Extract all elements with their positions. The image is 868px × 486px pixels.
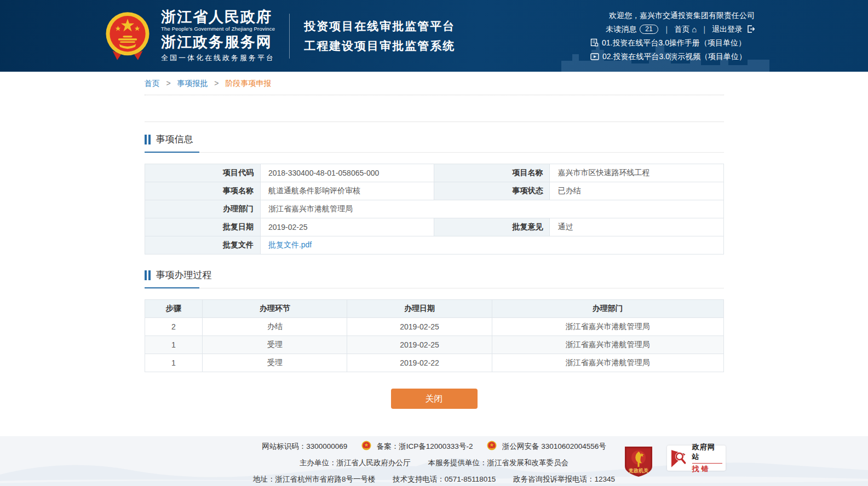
approval-file-link[interactable]: 批复文件.pdf xyxy=(268,240,312,249)
emblem-badge-icon xyxy=(361,441,371,451)
security-record: 浙公网安备 33010602004556号 xyxy=(502,442,606,450)
logout-link[interactable]: 退出登录 xyxy=(712,25,755,33)
close-button[interactable]: 关闭 xyxy=(391,389,478,409)
cell-stage: 办结 xyxy=(203,318,347,336)
footer-text-block: 网站标识码：3300000069 备案：浙ICP备12000333号-2 浙公网… xyxy=(0,436,868,486)
value-approval-date: 2019-02-25 xyxy=(260,218,434,236)
icp-record: 备案：浙ICP备12000333号-2 xyxy=(377,442,473,450)
value-approval-opinion: 通过 xyxy=(550,218,723,236)
organizer: 主办单位：浙江省人民政府办公厅 xyxy=(300,459,411,467)
video-play-icon xyxy=(590,53,599,60)
table-row: 1 受理 2019-02-22 浙江省嘉兴市港航管理局 xyxy=(145,354,723,372)
col-header-date: 办理日期 xyxy=(347,300,492,318)
col-header-step: 步骤 xyxy=(145,300,203,318)
cell-dept: 浙江省嘉兴市港航管理局 xyxy=(492,336,723,354)
cell-step: 2 xyxy=(145,318,203,336)
breadcrumb: 首页 > 事项报批 > 阶段事项申报 xyxy=(145,72,724,95)
address: 地址：浙江省杭州市省府路8号一号楼 xyxy=(253,475,376,483)
col-header-stage: 办理环节 xyxy=(203,300,347,318)
value-item-status: 已办结 xyxy=(550,182,723,200)
welcome-message: 欢迎您，嘉兴市交通投资集团有限责任公司 xyxy=(590,9,755,22)
cell-date: 2019-02-22 xyxy=(347,354,492,372)
label-project-code: 项目代码 xyxy=(145,164,260,182)
label-approval-file: 批复文件 xyxy=(145,236,260,254)
value-handling-dept: 浙江省嘉兴市港航管理局 xyxy=(260,200,723,218)
breadcrumb-home[interactable]: 首页 xyxy=(145,79,160,88)
find-error-label: 找错 xyxy=(692,464,722,474)
party-badge-label: 党政机关 xyxy=(628,468,649,473)
cell-date: 2019-02-25 xyxy=(347,336,492,354)
footer-badges: 党政机关 政府网站 找错 xyxy=(624,445,726,477)
button-row: 关闭 xyxy=(145,389,724,409)
site-code: 网站标识码：3300000069 xyxy=(262,442,347,450)
portal-subtitle: 全国一体化在线政务服务平台 xyxy=(161,53,275,63)
table-row: 办理部门 浙江省嘉兴市港航管理局 xyxy=(145,200,723,218)
manual-link[interactable]: 01.投资在线平台3.0操作手册（项目单位） xyxy=(590,36,755,50)
table-row: 批复文件 批复文件.pdf xyxy=(145,236,723,254)
label-item-name: 事项名称 xyxy=(145,182,260,200)
platform-title-construction: 工程建设项目审批监管系统 xyxy=(304,36,455,56)
site-error-report-badge[interactable]: 政府网站 找错 xyxy=(667,445,726,471)
table-row: 事项名称 航道通航条件影响评价审核 事项状态 已办结 xyxy=(145,182,723,200)
cell-date: 2019-02-25 xyxy=(347,318,492,336)
logo-text-block: 浙江省人民政府 The People's Government of Zheji… xyxy=(161,9,275,63)
table-row: 2 办结 2019-02-25 浙江省嘉兴市港航管理局 xyxy=(145,318,723,336)
home-icon: ⌂ xyxy=(692,25,697,34)
header-user-area: 欢迎您，嘉兴市交通投资集团有限责任公司 未读消息 21｜首页⌂｜退出登录 01.… xyxy=(590,9,755,63)
label-approval-opinion: 批复意见 xyxy=(434,218,549,236)
col-header-dept: 办理部门 xyxy=(492,300,723,318)
site-header: 浙江省人民政府 The People's Government of Zheji… xyxy=(0,0,868,72)
process-table: 步骤 办理环节 办理日期 办理部门 2 办结 2019-02-25 浙江省嘉兴市… xyxy=(145,299,724,372)
table-row: 批复日期 2019-02-25 批复意见 通过 xyxy=(145,218,723,236)
value-project-name: 嘉兴市市区快速路环线工程 xyxy=(550,164,723,182)
section-bars-icon xyxy=(145,270,151,280)
table-row: 项目代码 2018-330400-48-01-058065-000 项目名称 嘉… xyxy=(145,164,723,182)
national-emblem-icon xyxy=(104,11,151,61)
gov-site-label: 政府网站 xyxy=(692,442,722,464)
video-link[interactable]: 02.投资在线平台3.0演示视频（项目单位） xyxy=(590,50,755,63)
home-link[interactable]: 首页⌂ xyxy=(674,25,697,33)
cell-dept: 浙江省嘉兴市港航管理局 xyxy=(492,318,723,336)
table-header-row: 步骤 办理环节 办理日期 办理部门 xyxy=(145,300,723,318)
breadcrumb-separator: > xyxy=(166,79,170,88)
service-provider: 本服务提供单位：浙江省发展和改革委员会 xyxy=(428,459,568,467)
label-handling-dept: 办理部门 xyxy=(145,200,260,218)
document-icon xyxy=(590,38,599,47)
cell-step: 1 xyxy=(145,336,203,354)
error-badge-text: 政府网站 找错 xyxy=(692,442,722,474)
header-separator: ｜ xyxy=(700,25,708,33)
breadcrumb-current: 阶段事项申报 xyxy=(225,79,271,88)
breadcrumb-report[interactable]: 事项报批 xyxy=(177,79,208,88)
value-item-name: 航道通航条件影响评价审核 xyxy=(260,182,434,200)
complaint-phone: 政务咨询投诉举报电话：12345 xyxy=(513,475,615,483)
table-row: 1 受理 2019-02-25 浙江省嘉兴市港航管理局 xyxy=(145,336,723,354)
tech-phone: 技术支持电话：0571-85118015 xyxy=(393,475,496,483)
portal-name: 浙江政务服务网 xyxy=(161,33,275,51)
unread-messages-link[interactable]: 未读消息 21 xyxy=(606,25,659,33)
cell-stage: 受理 xyxy=(203,354,347,372)
gov-name-cn: 浙江省人民政府 xyxy=(161,9,275,25)
section-header-process: 事项办理过程 xyxy=(145,269,724,288)
site-logo: 浙江省人民政府 The People's Government of Zheji… xyxy=(104,9,275,63)
party-gov-badge-icon[interactable]: 党政机关 xyxy=(624,445,653,477)
section-title: 事项信息 xyxy=(156,133,193,146)
gov-name-en: The People's Government of Zhejiang Prov… xyxy=(161,26,275,32)
cell-stage: 受理 xyxy=(203,336,347,354)
item-info-table: 项目代码 2018-330400-48-01-058065-000 项目名称 嘉… xyxy=(145,164,724,254)
main-content: 事项信息 项目代码 2018-330400-48-01-058065-000 项… xyxy=(145,121,724,409)
breadcrumb-separator: > xyxy=(214,79,219,88)
value-approval-file: 批复文件.pdf xyxy=(260,236,723,254)
label-item-status: 事项状态 xyxy=(434,182,549,200)
header-divider xyxy=(289,14,290,59)
label-approval-date: 批复日期 xyxy=(145,218,260,236)
header-separator: ｜ xyxy=(663,25,671,33)
platform-title-investment: 投资项目在线审批监管平台 xyxy=(304,16,455,36)
section-bars-icon xyxy=(145,135,151,144)
unread-count-badge[interactable]: 21 xyxy=(640,25,658,34)
logout-icon xyxy=(747,25,755,33)
cell-step: 1 xyxy=(145,354,203,372)
platform-titles: 投资项目在线审批监管平台 工程建设项目审批监管系统 xyxy=(304,16,455,56)
magnifier-flag-icon xyxy=(670,448,689,468)
value-project-code: 2018-330400-48-01-058065-000 xyxy=(260,164,434,182)
section-header-item-info: 事项信息 xyxy=(145,133,724,153)
